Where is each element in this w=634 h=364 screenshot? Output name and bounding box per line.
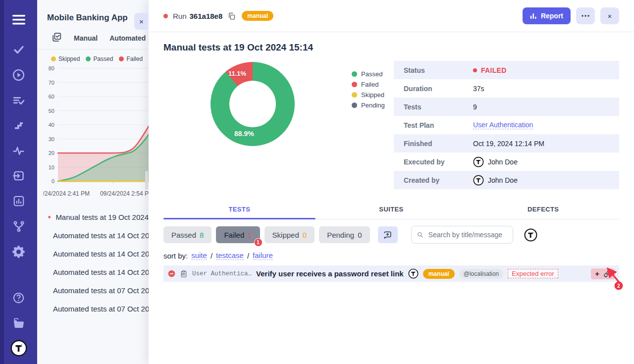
suite-name[interactable]: User Authentica… xyxy=(192,270,252,277)
gear-icon[interactable] xyxy=(10,243,28,260)
drawer-close-button[interactable]: × xyxy=(134,13,149,30)
run-list-item[interactable]: Automated tests at 14 Oct 2024 xyxy=(37,245,149,263)
test-plan-link[interactable]: User Authentication xyxy=(473,121,533,129)
user-filter-avatar[interactable] xyxy=(524,228,537,242)
sign-in-icon[interactable] xyxy=(10,167,28,185)
report-chart-icon xyxy=(530,13,537,19)
project-panel: Mobile Banking App Manual Automated Skip… xyxy=(37,0,149,364)
close-run-button[interactable]: × xyxy=(600,7,619,24)
run-list-item[interactable]: Manual tests at 19 Oct 2024 xyxy=(37,208,149,226)
hamburger-menu-icon[interactable] xyxy=(10,11,28,29)
list-check-icon[interactable] xyxy=(10,91,28,109)
sort-bar: sort by: suite / testcase / failure xyxy=(163,251,619,260)
ellipsis-icon xyxy=(581,15,589,17)
test-result-row[interactable]: User Authentica… Verify user receives a … xyxy=(163,265,619,282)
svg-text:30: 30 xyxy=(49,136,54,142)
copy-check-icon[interactable] xyxy=(51,32,62,45)
filter-failed[interactable]: Failed 1 1 xyxy=(216,226,260,243)
donut-passed-label: 88.9% xyxy=(234,130,254,138)
check-icon[interactable] xyxy=(10,41,28,58)
results-donut-chart[interactable]: 11.1% 88.9% xyxy=(211,62,295,146)
run-list: Manual tests at 19 Oct 2024 Automated te… xyxy=(37,208,149,318)
x-tick-end: 09/24/2024 2:54 PM xyxy=(100,190,149,197)
legend-item-skipped[interactable]: Skipped xyxy=(352,90,385,100)
legend-item-passed[interactable]: Passed xyxy=(352,69,385,79)
search-icon xyxy=(417,231,423,239)
more-options-button[interactable] xyxy=(576,7,595,24)
svg-text:10: 10 xyxy=(49,164,54,170)
filter-skipped[interactable]: Skipped 0 xyxy=(264,226,315,243)
failed-status-icon xyxy=(168,270,175,277)
search-input[interactable] xyxy=(427,230,508,239)
detail-row-executed-by: Executed by John Doe xyxy=(394,153,619,171)
sort-by-failure[interactable]: failure xyxy=(253,251,273,260)
copy-run-id-button[interactable] xyxy=(227,12,236,20)
add-defect-button[interactable]: + xyxy=(595,270,599,277)
sort-by-suite[interactable]: suite xyxy=(191,251,207,260)
legend-item-failed[interactable]: Failed xyxy=(119,55,143,62)
detail-row-tests: Tests 9 xyxy=(394,98,619,116)
test-tag[interactable]: @localisation xyxy=(459,269,504,279)
donut-hole xyxy=(229,81,276,127)
failed-dot-icon xyxy=(473,68,477,72)
run-label: Run xyxy=(173,12,187,20)
assignee-avatar xyxy=(408,268,419,279)
run-type-badge: manual xyxy=(242,11,273,21)
tab-suites[interactable]: SUITES xyxy=(316,201,468,219)
run-id: 361a18e8 xyxy=(190,12,223,20)
sort-by-testcase[interactable]: testcase xyxy=(216,251,244,260)
project-tabs: Manual Automated xyxy=(37,27,149,50)
donut-legend: Passed Failed Skipped Pending xyxy=(352,69,385,189)
run-list-item[interactable]: Automated tests at 14 Oct 2024 xyxy=(37,263,149,281)
app-sidebar xyxy=(0,0,37,364)
svg-text:20: 20 xyxy=(49,150,54,156)
x-axis-labels: 09/24/2024 2:41 PM 09/24/2024 2:54 PM xyxy=(43,190,149,197)
project-title: Mobile Banking App xyxy=(47,13,149,23)
filter-pending[interactable]: Pending 0 xyxy=(319,226,370,243)
annotation-badge-1: 1 xyxy=(254,238,263,247)
tab-tests[interactable]: TESTS xyxy=(163,201,316,219)
help-icon[interactable] xyxy=(10,289,28,307)
failed-dot-icon xyxy=(352,82,357,87)
legend-item-passed[interactable]: Passed xyxy=(86,55,113,62)
passed-dot-icon xyxy=(86,56,91,61)
activity-icon[interactable] xyxy=(10,142,28,159)
passed-dot-icon xyxy=(352,71,357,77)
x-tick-start: 09/24/2024 2:41 PM xyxy=(43,190,90,197)
run-list-item[interactable]: Automated tests at 07 Oct 2024 xyxy=(37,281,149,300)
tab-manual[interactable]: Manual xyxy=(74,34,98,42)
row-actions: + xyxy=(591,268,615,279)
testomat-logo-avatar[interactable] xyxy=(10,339,28,357)
filter-passed[interactable]: Passed 8 xyxy=(163,226,211,243)
test-title[interactable]: Verify user receives a password reset li… xyxy=(256,269,404,278)
play-circle-icon[interactable] xyxy=(10,66,28,84)
panel-scrollbar[interactable] xyxy=(145,171,148,190)
run-list-item[interactable]: Automated tests at 07 Oct 2024 xyxy=(37,300,149,318)
legend-item-pending[interactable]: Pending xyxy=(352,100,385,110)
steps-icon[interactable] xyxy=(10,116,28,134)
result-tabs: TESTS SUITES DEFECTS xyxy=(163,201,619,219)
svg-text:80: 80 xyxy=(49,65,54,71)
git-branch-icon[interactable] xyxy=(10,217,28,235)
legend-item-skipped[interactable]: Skipped xyxy=(51,55,80,62)
tab-defects[interactable]: DEFECTS xyxy=(467,201,619,219)
area-chart-canvas: 80706050403020100 xyxy=(43,63,149,187)
svg-text:50: 50 xyxy=(49,108,54,114)
detail-row-duration: Duration 37s xyxy=(394,79,619,98)
run-list-item[interactable]: Automated tests at 14 Oct 2024 xyxy=(37,226,149,245)
donut-failed-label: 11.1% xyxy=(228,70,246,77)
expected-error-label: Expected error xyxy=(508,269,558,278)
report-button[interactable]: Report xyxy=(523,7,571,24)
legend-item-failed[interactable]: Failed xyxy=(352,79,385,90)
search-box xyxy=(411,226,513,244)
bar-chart-icon[interactable] xyxy=(10,192,28,210)
run-failed-dot xyxy=(163,14,168,18)
tab-automated[interactable]: Automated xyxy=(109,34,146,42)
folder-icon[interactable] xyxy=(10,314,28,332)
run-details-table: Status FAILED Duration 37s Tests 9 Test … xyxy=(394,61,619,189)
run-overview: 11.1% 88.9% Passed Failed Skipped Pendin… xyxy=(163,58,619,189)
copy-icon xyxy=(227,12,236,20)
add-comment-button[interactable] xyxy=(378,226,398,243)
svg-text:60: 60 xyxy=(49,94,54,100)
link-icon[interactable] xyxy=(604,270,611,277)
